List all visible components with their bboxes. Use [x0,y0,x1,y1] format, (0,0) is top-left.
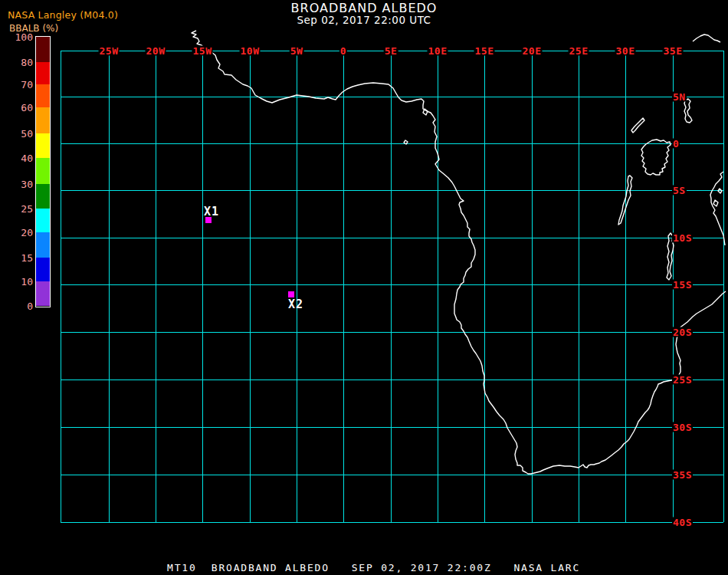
lake-outline-5 [423,109,428,115]
lon-label-0: 0 [339,46,347,56]
marker-x2-label: X2 [288,297,303,311]
lon-label-15W: 15W [192,46,213,56]
marker-x1-label: X1 [204,205,219,219]
lat-label-30S: 30S [672,422,693,432]
lon-label-5W: 5W [290,46,304,56]
lake-outline-7 [713,200,718,206]
lake-outline-6 [404,140,408,144]
lon-label-15E: 15E [474,46,495,56]
lon-label-5E: 5E [384,46,398,56]
lake-outline-8 [718,189,722,193]
lake-outline-0 [641,140,671,175]
lat-label-10S: 10S [672,233,693,243]
lon-label-25E: 25E [569,46,589,56]
lat-label-15S: 15S [672,280,693,290]
lat-label-25S: 25S [672,375,693,385]
marker-x2-point [288,291,294,297]
lon-label-20W: 20W [146,46,166,56]
albedo-plot-canvas: BROADBAND ALBEDO Sep 02, 2017 22:00 UTC … [0,0,728,575]
lat-label-5N: 5N [672,92,687,102]
coastline-2 [693,34,720,42]
coastline-1 [710,172,725,245]
lon-label-30E: 30E [615,46,636,56]
lat-label-5S: 5S [672,186,687,196]
coastline-0 [192,31,726,474]
lat-label-35S: 35S [672,470,693,480]
lat-label-40S: 40S [672,518,693,527]
lon-label-10E: 10E [428,46,448,56]
lon-label-20E: 20E [522,46,543,56]
lat-label-0: 0 [672,139,680,149]
lake-outline-2 [631,118,644,133]
lat-label-20S: 20S [672,327,693,337]
lake-outline-1 [684,99,692,123]
lon-label-10W: 10W [240,46,261,56]
lon-label-35E: 35E [663,46,684,56]
status-caption: MT10 BROADBAND ALBEDO SEP 02, 2017 22:00… [167,562,580,573]
lon-label-25W: 25W [99,46,120,56]
map-plot-area [0,0,728,575]
